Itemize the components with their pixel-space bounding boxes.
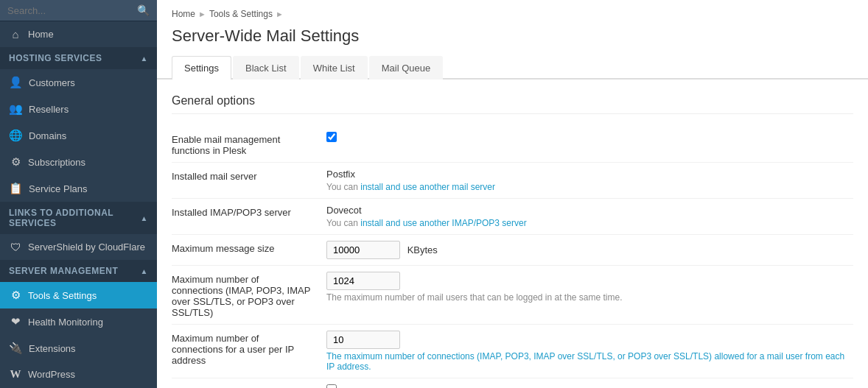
value-imap-server: Dovecot You can install and use another …: [326, 205, 853, 228]
imap-server-name: Dovecot: [326, 205, 853, 216]
sidebar: 🔍 ⌂ Home Hosting Services ▲ 👤 Customers …: [0, 0, 157, 388]
form-row-max-message-size: Maximum message size KBytes: [172, 235, 853, 266]
value-enable-smtp: [326, 384, 853, 388]
value-max-connections-per-user: The maximum number of connections (IMAP,…: [326, 331, 853, 372]
breadcrumb-tools[interactable]: Tools & Settings: [209, 9, 273, 19]
sidebar-item-domains[interactable]: 🌐 Domains: [0, 122, 157, 149]
tabs: Settings Black List White List Mail Queu…: [157, 54, 868, 80]
form-row-mail-server: Installed mail server Postfix You can in…: [172, 163, 853, 199]
sidebar-item-label: Service Plans: [29, 183, 87, 194]
sidebar-item-service-plans[interactable]: 📋 Service Plans: [0, 175, 157, 202]
sidebar-item-label: Home: [28, 29, 54, 40]
tools-settings-icon: ⚙: [9, 289, 22, 302]
label-enable-mail: Enable mail management functions in Ples…: [172, 132, 326, 156]
links-header-label: Links to Additional Services: [9, 208, 141, 228]
label-enable-smtp: Enable SMTP service on port 587 on all I…: [172, 384, 326, 388]
form-row-imap-server: Installed IMAP/POP3 server Dovecot You c…: [172, 199, 853, 235]
search-input[interactable]: [7, 5, 137, 16]
tab-blacklist[interactable]: Black List: [233, 56, 299, 80]
sidebar-item-tools-settings[interactable]: ⚙ Tools & Settings: [0, 282, 157, 308]
resellers-icon: 👥: [9, 102, 23, 116]
hosting-services-label: Hosting Services: [9, 53, 102, 63]
form-row-max-connections-per-user: Maximum number of connections for a user…: [172, 325, 853, 378]
main-content: Home ► Tools & Settings ► Server-Wide Ma…: [157, 0, 868, 388]
sidebar-item-label: ServerShield by CloudFlare: [28, 241, 145, 253]
form-row-max-connections: Maximum number of connections (IMAP, POP…: [172, 266, 853, 325]
input-max-connections-per-user[interactable]: [326, 331, 400, 349]
server-management-arrow: ▲: [141, 267, 148, 275]
content-area: General options Enable mail management f…: [157, 80, 868, 388]
label-imap-server: Installed IMAP/POP3 server: [172, 205, 326, 218]
sidebar-item-label: Domains: [29, 130, 66, 141]
sidebar-item-home[interactable]: ⌂ Home: [0, 21, 157, 47]
page-title: Server-Wide Mail Settings: [157, 24, 868, 54]
tab-whitelist[interactable]: White List: [301, 56, 368, 80]
label-max-connections: Maximum number of connections (IMAP, POP…: [172, 272, 326, 318]
checkbox-enable-mail[interactable]: [326, 132, 337, 142]
mail-server-hint: You can install and use another mail ser…: [326, 182, 853, 192]
sidebar-item-health-monitoring[interactable]: ❤ Health Monitoring: [0, 308, 157, 335]
search-box[interactable]: 🔍: [0, 0, 157, 21]
sidebar-item-customers[interactable]: 👤 Customers: [0, 69, 157, 96]
sidebar-item-wordpress[interactable]: W WordPress: [0, 361, 157, 387]
health-monitoring-icon: ❤: [9, 315, 22, 328]
sidebar-item-extensions[interactable]: 🔌 Extensions: [0, 335, 157, 361]
install-imap-server-link[interactable]: install and use another IMAP/POP3 server: [360, 218, 526, 228]
sidebar-item-servershield[interactable]: 🛡 ServerShield by CloudFlare: [0, 234, 157, 260]
unit-kbytes: KBytes: [407, 244, 438, 255]
breadcrumb-home[interactable]: Home: [172, 9, 195, 19]
home-icon: ⌂: [9, 28, 22, 40]
wordpress-icon: W: [9, 368, 22, 381]
domains-icon: 🌐: [9, 129, 23, 142]
value-enable-mail: [326, 132, 853, 142]
extensions-icon: 🔌: [9, 342, 23, 355]
tab-mailqueue[interactable]: Mail Queue: [369, 56, 443, 80]
servershield-icon: 🛡: [9, 241, 22, 253]
imap-server-hint: You can install and use another IMAP/POP…: [326, 218, 853, 228]
hint-max-connections-per-user: The maximum number of connections (IMAP,…: [326, 351, 853, 372]
hosting-services-header[interactable]: Hosting Services ▲: [0, 47, 157, 69]
label-mail-server: Installed mail server: [172, 169, 326, 182]
value-max-message-size: KBytes: [326, 241, 853, 259]
sidebar-item-resellers[interactable]: 👥 Resellers: [0, 96, 157, 122]
install-mail-server-link[interactable]: install and use another mail server: [360, 182, 495, 192]
breadcrumb: Home ► Tools & Settings ►: [157, 0, 868, 24]
sidebar-item-label: Subscriptions: [28, 157, 85, 168]
links-header[interactable]: Links to Additional Services ▲: [0, 202, 157, 234]
input-max-message-size[interactable]: [326, 241, 400, 259]
sidebar-item-label: WordPress: [28, 369, 75, 380]
form-row-enable-smtp: Enable SMTP service on port 587 on all I…: [172, 378, 853, 388]
search-icon: 🔍: [137, 4, 150, 16]
subscriptions-icon: ⚙: [9, 155, 22, 169]
label-max-connections-per-user: Maximum number of connections for a user…: [172, 331, 326, 366]
sidebar-item-subscriptions[interactable]: ⚙ Subscriptions: [0, 149, 157, 175]
mail-server-name: Postfix: [326, 169, 853, 180]
sidebar-item-label: Health Monitoring: [28, 317, 103, 328]
checkbox-enable-smtp[interactable]: [326, 384, 337, 388]
service-plans-icon: 📋: [9, 182, 23, 195]
section-title: General options: [172, 94, 853, 114]
hint-max-connections: The maximum number of mail users that ca…: [326, 292, 853, 303]
sidebar-item-label: Customers: [29, 77, 75, 88]
sidebar-item-label: Tools & Settings: [28, 290, 97, 301]
hosting-services-arrow: ▲: [141, 54, 148, 63]
breadcrumb-sep-1: ►: [198, 10, 206, 18]
sidebar-item-label: Extensions: [29, 343, 76, 354]
links-arrow: ▲: [141, 214, 148, 222]
input-max-connections[interactable]: [326, 272, 400, 290]
breadcrumb-sep-2: ►: [276, 10, 284, 18]
server-management-label: Server Management: [9, 266, 118, 276]
customers-icon: 👤: [9, 76, 23, 89]
sidebar-item-label: Resellers: [29, 104, 69, 115]
value-max-connections: The maximum number of mail users that ca…: [326, 272, 853, 303]
label-max-message-size: Maximum message size: [172, 241, 326, 254]
tab-settings[interactable]: Settings: [172, 56, 231, 80]
server-management-header[interactable]: Server Management ▲: [0, 260, 157, 282]
form-row-enable-mail: Enable mail management functions in Ples…: [172, 126, 853, 163]
value-mail-server: Postfix You can install and use another …: [326, 169, 853, 192]
